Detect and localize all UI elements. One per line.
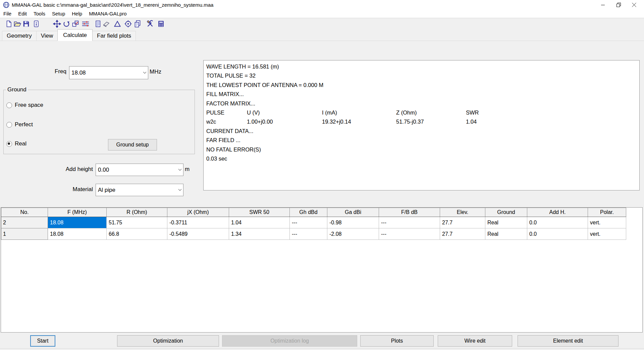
file-info-button[interactable] xyxy=(32,20,40,28)
app-window: MMANA-GAL basic c:\mmana-gal_basic\ant\2… xyxy=(0,0,644,350)
save-icon xyxy=(22,20,30,28)
table-cell[interactable]: 0.0 xyxy=(527,228,588,240)
col-header-ground: Ground xyxy=(485,208,527,217)
table-cell[interactable]: 1.04 xyxy=(229,217,290,228)
menu-setup[interactable]: Setup xyxy=(49,10,68,18)
chevron-down-icon xyxy=(178,189,182,191)
table-cell[interactable]: vert. xyxy=(588,217,626,228)
element-edit-button[interactable]: Element edit xyxy=(518,335,619,347)
table-row: 2 18.08 51.75 -0.3711 1.04 --- -0.98 ---… xyxy=(1,217,626,228)
table-cell[interactable]: -2.08 xyxy=(327,228,379,240)
material-dropdown-button[interactable] xyxy=(177,184,183,196)
triangle-button[interactable] xyxy=(113,20,121,28)
open-file-icon xyxy=(13,20,21,28)
table-cell[interactable]: --- xyxy=(290,228,327,240)
eraser-button[interactable] xyxy=(102,20,110,28)
close-icon xyxy=(632,3,636,7)
material-input[interactable] xyxy=(96,184,177,196)
chevron-down-icon xyxy=(178,169,182,171)
close-button[interactable] xyxy=(626,0,642,10)
table-cell[interactable]: -0.5489 xyxy=(167,228,229,240)
scale-button[interactable] xyxy=(71,20,79,28)
row-header-cell[interactable]: 1 xyxy=(1,228,48,240)
radio-real[interactable]: Real xyxy=(6,140,26,147)
pulse-value: w2c xyxy=(206,117,247,126)
tab-geometry[interactable]: Geometry xyxy=(2,31,37,41)
pulse-col-label: PULSE xyxy=(206,108,247,117)
tab-calculate[interactable]: Calculate xyxy=(57,29,93,41)
menu-tools[interactable]: Tools xyxy=(30,10,49,18)
optimization-button[interactable]: Optimization xyxy=(117,335,219,347)
pulse-col-label: I (mA) xyxy=(322,108,396,117)
table-cell[interactable]: Real xyxy=(485,228,527,240)
add-height-input[interactable] xyxy=(96,164,177,176)
rotate-button[interactable] xyxy=(62,20,70,28)
move-button[interactable] xyxy=(53,20,61,28)
wire-settings-button[interactable] xyxy=(82,20,90,28)
minimize-button[interactable] xyxy=(595,0,611,10)
restore-button[interactable] xyxy=(611,0,626,10)
table-cell[interactable]: 18.08 xyxy=(48,228,107,240)
row-header-cell[interactable]: 2 xyxy=(1,217,48,228)
ground-setup-button[interactable]: Ground setup xyxy=(108,139,157,150)
col-header-add-h: Add H. xyxy=(527,208,588,217)
app-logo-icon xyxy=(3,2,9,8)
menu-mmana-galpro[interactable]: MMANA-GALpro xyxy=(86,10,130,18)
copy-button[interactable] xyxy=(133,20,142,28)
save-button[interactable] xyxy=(22,20,30,28)
target-button[interactable] xyxy=(124,20,132,28)
wire-settings-icon xyxy=(82,20,90,28)
tools-icon xyxy=(146,20,154,28)
output-line: CURRENT DATA... xyxy=(206,127,637,136)
output-line: FILL MATRIX... xyxy=(206,90,637,99)
table-cell-selected[interactable]: 18.08 xyxy=(48,217,107,228)
triangle-icon xyxy=(113,20,121,28)
freq-input[interactable] xyxy=(69,67,142,79)
tab-far-field-plots[interactable]: Far field plots xyxy=(92,31,136,41)
title-bar: MMANA-GAL basic c:\mmana-gal_basic\ant\2… xyxy=(0,0,644,10)
freq-label: Freq xyxy=(0,68,66,75)
menu-edit[interactable]: Edit xyxy=(15,10,30,18)
table-cell[interactable]: 27.7 xyxy=(440,217,485,228)
window-controls xyxy=(595,0,642,10)
table-cell[interactable]: 66.8 xyxy=(107,228,167,240)
radio-perfect[interactable]: Perfect xyxy=(6,121,33,128)
table-cell[interactable]: 1.34 xyxy=(229,228,290,240)
menu-bar: File Edit Tools Setup Help MMANA-GALpro xyxy=(0,10,644,18)
table-cell[interactable]: 0.0 xyxy=(527,217,588,228)
plots-button[interactable]: Plots xyxy=(360,335,434,347)
open-file-button[interactable] xyxy=(13,20,21,28)
tab-view[interactable]: View xyxy=(36,31,58,41)
table-cell[interactable]: 51.75 xyxy=(107,217,167,228)
calculator-button[interactable] xyxy=(157,20,165,28)
output-line: 0.03 sec xyxy=(206,154,637,163)
radio-free-space-circle-icon xyxy=(6,102,12,108)
start-button[interactable]: Start xyxy=(30,335,55,347)
menu-file[interactable]: File xyxy=(0,10,15,18)
table-cell[interactable]: -0.3711 xyxy=(167,217,229,228)
calculation-output-panel: WAVE LENGTH = 16.581 (m) TOTAL PULSE = 3… xyxy=(203,60,640,190)
table-cell[interactable]: --- xyxy=(379,228,440,240)
col-header-swr50: SWR 50 xyxy=(229,208,290,217)
table-cell[interactable]: -0.98 xyxy=(327,217,379,228)
pulse-value: 19.32+j0.14 xyxy=(322,117,396,126)
col-header-f-mhz: F (MHz) xyxy=(48,208,107,217)
tools-button[interactable] xyxy=(146,20,154,28)
table-cell[interactable]: Real xyxy=(485,217,527,228)
table-cell[interactable]: --- xyxy=(379,217,440,228)
table-cell[interactable]: 27.7 xyxy=(440,228,485,240)
pulse-col-label: SWR xyxy=(466,110,479,116)
new-file-button[interactable] xyxy=(5,20,13,28)
output-line: FACTOR MATRIX... xyxy=(206,99,637,108)
table-cell[interactable]: --- xyxy=(290,217,327,228)
radio-free-space[interactable]: Free space xyxy=(6,101,43,109)
menu-help[interactable]: Help xyxy=(68,10,86,18)
calculator-icon xyxy=(157,20,165,28)
table-cell[interactable]: vert. xyxy=(588,228,626,240)
add-height-dropdown-button[interactable] xyxy=(177,164,183,176)
freq-dropdown-button[interactable] xyxy=(142,67,148,79)
document-button[interactable] xyxy=(94,20,102,28)
col-header-ga-dbi: Ga dBi xyxy=(327,208,379,217)
radio-real-circle-icon xyxy=(6,141,12,147)
wire-edit-button[interactable]: Wire edit xyxy=(438,335,512,347)
